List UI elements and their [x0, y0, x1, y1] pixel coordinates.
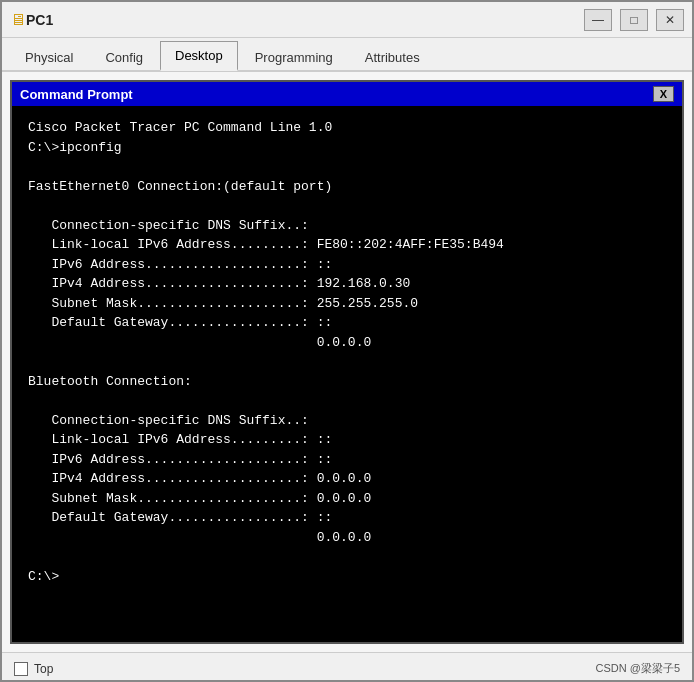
- app-icon: 🖥: [10, 11, 26, 29]
- window-controls: — □ ✕: [584, 9, 684, 31]
- cmd-titlebar: Command Prompt X: [12, 82, 682, 106]
- main-content: Command Prompt X Cisco Packet Tracer PC …: [2, 72, 692, 652]
- top-label: Top: [34, 662, 53, 676]
- cmd-output[interactable]: Cisco Packet Tracer PC Command Line 1.0 …: [12, 106, 682, 642]
- title-bar: 🖥 PC1 — □ ✕: [2, 2, 692, 38]
- cmd-close-button[interactable]: X: [653, 86, 674, 102]
- tab-attributes[interactable]: Attributes: [350, 43, 435, 71]
- tab-bar: Physical Config Desktop Programming Attr…: [2, 38, 692, 72]
- window-close-button[interactable]: ✕: [656, 9, 684, 31]
- tab-config[interactable]: Config: [90, 43, 158, 71]
- maximize-button[interactable]: □: [620, 9, 648, 31]
- bottom-bar: Top CSDN @梁梁子5: [2, 652, 692, 682]
- tab-programming[interactable]: Programming: [240, 43, 348, 71]
- minimize-button[interactable]: —: [584, 9, 612, 31]
- watermark: CSDN @梁梁子5: [595, 661, 680, 676]
- top-checkbox[interactable]: [14, 662, 28, 676]
- bottom-left: Top: [14, 662, 53, 676]
- tab-physical[interactable]: Physical: [10, 43, 88, 71]
- cmd-title: Command Prompt: [20, 87, 133, 102]
- window-title: PC1: [26, 12, 584, 28]
- cmd-window: Command Prompt X Cisco Packet Tracer PC …: [10, 80, 684, 644]
- tab-desktop[interactable]: Desktop: [160, 41, 238, 71]
